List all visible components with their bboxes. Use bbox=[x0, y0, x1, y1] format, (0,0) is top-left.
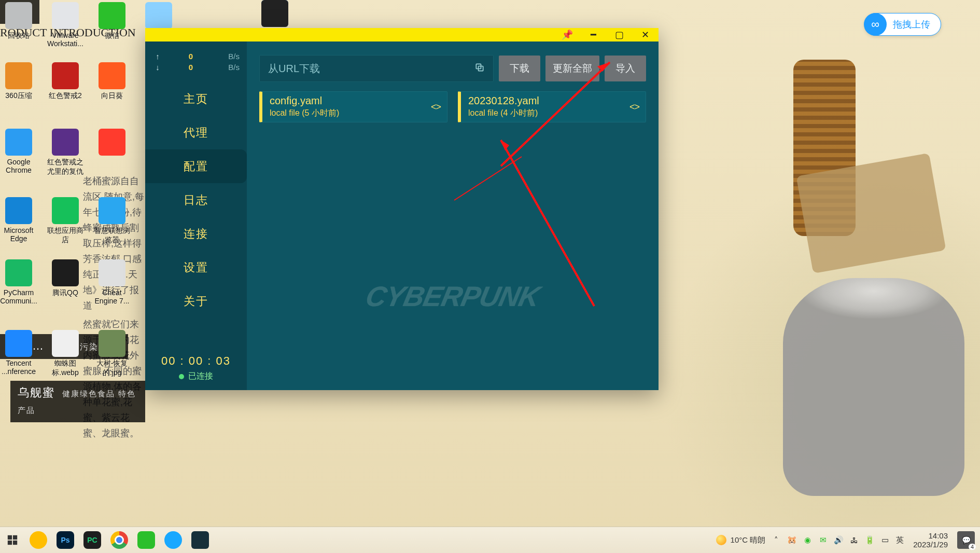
weather-sun-icon bbox=[716, 535, 726, 545]
upload-unit: B/s bbox=[219, 52, 240, 61]
system-tray[interactable]: 10°C 晴朗 ˄ 🐹 ◉ ✉ 🔊 🖧 🔋 ▭ 英 14:03 2023/1/2… bbox=[711, 531, 980, 549]
shortcut-cat[interactable] bbox=[254, 0, 296, 29]
desktop-icon-label: VMware Workstati... bbox=[45, 31, 86, 48]
desktop-icon-r4-c0[interactable]: PyCharm Communi... bbox=[0, 259, 39, 305]
tray-wechat-icon[interactable]: ✉ bbox=[818, 535, 828, 545]
tray-screen-icon[interactable]: ▭ bbox=[880, 535, 890, 545]
taskbar-pin-baidu[interactable] bbox=[161, 529, 186, 551]
code-icon[interactable]: < > bbox=[629, 102, 638, 113]
sidebar-item-3[interactable]: 日志 bbox=[145, 183, 247, 217]
upload-arrow-icon: ↑ bbox=[152, 52, 163, 61]
taskbar[interactable]: Ps PC 10°C 晴朗 ˄ 🐹 ◉ ✉ 🔊 🖧 🔋 ▭ 英 14:03 20… bbox=[0, 527, 980, 553]
sidebar-item-4[interactable]: 连接 bbox=[145, 217, 247, 251]
desktop-icon-label: 智慧联想浏览器 bbox=[91, 226, 133, 245]
desktop-icon-r3-c1[interactable]: 联想应用商店 bbox=[45, 197, 86, 245]
tray-time: 14:03 bbox=[913, 531, 948, 540]
tray-notifications[interactable]: 💬4 bbox=[957, 531, 975, 549]
desktop-icon-r2-c0[interactable]: Google Chrome bbox=[0, 129, 39, 174]
desktop-icon-r5-c1[interactable]: 蜘蛛图标.webp bbox=[45, 330, 86, 378]
desktop-icon-label: 腾讯QQ bbox=[45, 288, 86, 298]
tray-volume-icon[interactable]: 🔊 bbox=[834, 535, 843, 545]
desktop-icon-r0-c1[interactable]: VMware Workstati... bbox=[45, 2, 86, 48]
copy-icon[interactable] bbox=[474, 62, 485, 75]
taskbar-pin-clash[interactable] bbox=[188, 529, 213, 551]
desktop-icon-label: 微信 bbox=[91, 31, 133, 40]
svg-rect-8 bbox=[13, 535, 17, 540]
desktop-icon-label: PyCharm Communi... bbox=[0, 288, 39, 305]
sidebar-item-2[interactable]: 配置 bbox=[145, 149, 247, 183]
sidebar-item-1[interactable]: 代理 bbox=[145, 116, 247, 149]
weather-widget[interactable]: 10°C 晴朗 bbox=[716, 535, 766, 545]
url-toolbar: 从URL下载 下载 更新全部 导入 bbox=[259, 55, 646, 82]
desktop-icon-label: 向日葵 bbox=[91, 91, 133, 101]
window-titlebar[interactable]: 📌 ━ ▢ ✕ bbox=[145, 28, 659, 42]
sidebar-nav: 主页代理配置日志连接设置关于 bbox=[145, 82, 247, 318]
code-icon[interactable]: < > bbox=[431, 102, 440, 113]
desktop-icon-r0-c2[interactable]: 微信 bbox=[91, 2, 133, 40]
desktop-icon-label: Google Chrome bbox=[0, 158, 39, 174]
desktop-icon-r4-c1[interactable]: 腾讯QQ bbox=[45, 259, 86, 298]
cloud-upload-pill[interactable]: ∞ 拖拽上传 bbox=[864, 13, 941, 36]
start-button[interactable] bbox=[0, 527, 25, 553]
taskbar-pin-chrome[interactable] bbox=[107, 529, 132, 551]
close-button[interactable]: ✕ bbox=[638, 28, 652, 42]
honey-jar-decoration bbox=[783, 278, 964, 496]
tray-battery-icon[interactable]: 🔋 bbox=[865, 535, 874, 545]
sidebar-item-0[interactable]: 主页 bbox=[145, 82, 247, 116]
profile-name: config.yaml bbox=[270, 95, 339, 107]
desktop-icon-r3-c2[interactable]: 智慧联想浏览器 bbox=[91, 197, 133, 245]
svg-rect-7 bbox=[8, 535, 12, 540]
desktop-icon-label: 红色警戒2 bbox=[45, 91, 86, 101]
url-input[interactable]: 从URL下载 bbox=[259, 55, 494, 82]
profile-name: 20230128.yaml bbox=[468, 95, 539, 107]
tray-network-icon[interactable]: 🖧 bbox=[849, 535, 859, 545]
sidebar-item-5[interactable]: 设置 bbox=[145, 251, 247, 284]
desktop-icon-r5-c2[interactable]: 大树-恢复的.jpg bbox=[91, 330, 133, 378]
download-unit: B/s bbox=[219, 63, 240, 72]
download-button[interactable]: 下载 bbox=[499, 56, 540, 81]
desktop-icon-r5-c0[interactable]: Tencent ...nference bbox=[0, 330, 39, 376]
desktop-icon-r2-c2[interactable] bbox=[91, 129, 133, 158]
desktop-icon-r1-c1[interactable]: 红色警戒2 bbox=[45, 62, 86, 101]
brochure-banner-3: 乌舰蜜 健康绿色食品 特色产品 bbox=[10, 381, 145, 422]
desktop-icon-label: Microsoft Edge bbox=[0, 226, 39, 243]
svg-marker-5 bbox=[501, 140, 509, 150]
tray-ime[interactable]: 英 bbox=[896, 535, 904, 545]
desktop-icon-r1-c0[interactable]: 360压缩 bbox=[0, 62, 39, 101]
desktop-icon-r3-c0[interactable]: Microsoft Edge bbox=[0, 197, 39, 243]
sidebar-item-6[interactable]: 关于 bbox=[145, 284, 247, 318]
profile-card-0[interactable]: config.yamllocal file (5 小时前)< > bbox=[259, 91, 447, 122]
pin-button[interactable]: 📌 bbox=[560, 28, 575, 42]
taskbar-pin-ps[interactable]: Ps bbox=[53, 529, 78, 551]
desktop-icon-label: 蜘蛛图标.webp bbox=[45, 359, 86, 378]
desktop-icon-label: Cheat Engine 7... bbox=[91, 288, 133, 305]
url-placeholder: 从URL下载 bbox=[268, 62, 320, 76]
import-button[interactable]: 导入 bbox=[605, 56, 646, 81]
elapsed-time: 00 : 00 : 03 bbox=[145, 345, 247, 371]
update-all-button[interactable]: 更新全部 bbox=[545, 56, 599, 81]
desktop-icon-r0-c0[interactable]: 回收站 bbox=[0, 2, 39, 40]
tray-clock[interactable]: 14:03 2023/1/29 bbox=[913, 531, 948, 549]
desktop-icon-label: 联想应用商店 bbox=[45, 226, 86, 245]
profile-card-1[interactable]: 20230128.yamllocal file (4 小时前)< > bbox=[458, 91, 646, 122]
svg-rect-10 bbox=[13, 541, 17, 545]
desktop-icon-r1-c2[interactable]: 向日葵 bbox=[91, 62, 133, 101]
desktop-icon-r4-c2[interactable]: Cheat Engine 7... bbox=[91, 259, 133, 305]
desktop-icon-r2-c1[interactable]: 红色警戒之尤里的复仇 bbox=[45, 129, 86, 176]
taskbar-pin-1[interactable] bbox=[26, 529, 51, 551]
cloud-upload-label: 拖拽上传 bbox=[887, 18, 941, 31]
weather-text: 10°C 晴朗 bbox=[731, 535, 766, 545]
tray-app-icon-2[interactable]: ◉ bbox=[803, 535, 812, 545]
tray-chevron-icon[interactable]: ˄ bbox=[772, 535, 781, 545]
tray-app-icon-1[interactable]: 🐹 bbox=[787, 535, 796, 545]
taskbar-pin-wechat[interactable] bbox=[134, 529, 159, 551]
desktop-icon-label: 大树-恢复的.jpg bbox=[91, 359, 133, 378]
main-panel: 从URL下载 下载 更新全部 导入 config.yamllocal file … bbox=[247, 42, 659, 390]
taskbar-pin-pycharm[interactable]: PC bbox=[80, 529, 105, 551]
minimize-button[interactable]: ━ bbox=[586, 28, 600, 42]
svg-rect-9 bbox=[8, 541, 12, 545]
sidebar: ↑ 0 B/s ↓ 0 B/s 主页代理配置日志连接设置关于 00 : 00 :… bbox=[145, 42, 247, 390]
maximize-button[interactable]: ▢ bbox=[612, 28, 626, 42]
connection-status: 已连接 bbox=[145, 371, 247, 390]
download-value: 0 bbox=[168, 63, 214, 72]
